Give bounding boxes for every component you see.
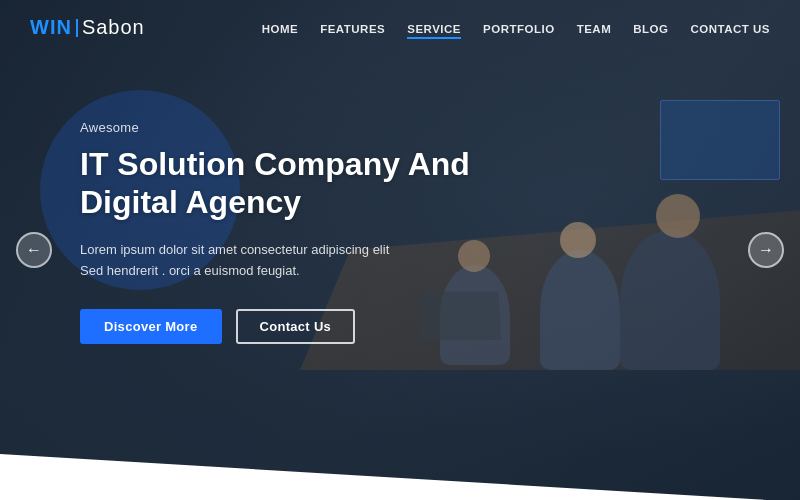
- nav-link-contact[interactable]: CONTACT US: [690, 23, 770, 35]
- nav-item-service[interactable]: SERVICE: [407, 19, 461, 37]
- hero-buttons: Discover More Contact Us: [80, 309, 470, 344]
- hero-content: Awesome IT Solution Company And Digital …: [80, 120, 470, 344]
- nav-item-blog[interactable]: BLOG: [633, 19, 668, 37]
- logo-sabon: Sabon: [82, 16, 145, 39]
- nav-link-blog[interactable]: BLOG: [633, 23, 668, 35]
- nav-item-home[interactable]: HOME: [262, 19, 299, 37]
- nav-item-portfolio[interactable]: PORTFOLIO: [483, 19, 555, 37]
- contact-us-button[interactable]: Contact Us: [236, 309, 356, 344]
- nav-link-features[interactable]: FEATURES: [320, 23, 385, 35]
- logo-divider: [76, 19, 78, 37]
- next-slide-button[interactable]: →: [748, 232, 784, 268]
- logo-win: WIN: [30, 16, 72, 39]
- hero-title: IT Solution Company And Digital Agency: [80, 145, 470, 222]
- prev-slide-button[interactable]: ←: [16, 232, 52, 268]
- hero-section: WIN Sabon HOME FEATURES SERVICE PORTFOLI…: [0, 0, 800, 500]
- nav-link-home[interactable]: HOME: [262, 23, 299, 35]
- nav-item-contact[interactable]: CONTACT US: [690, 19, 770, 37]
- nav-item-team[interactable]: TEAM: [577, 19, 612, 37]
- person-silhouette-1: [540, 250, 620, 370]
- head-shape-2: [656, 194, 700, 238]
- nav-item-features[interactable]: FEATURES: [320, 19, 385, 37]
- logo: WIN Sabon: [30, 16, 145, 39]
- hero-awesome-label: Awesome: [80, 120, 470, 135]
- nav-link-portfolio[interactable]: PORTFOLIO: [483, 23, 555, 35]
- nav-link-team[interactable]: TEAM: [577, 23, 612, 35]
- arrow-right-icon: →: [758, 241, 774, 259]
- nav-links: HOME FEATURES SERVICE PORTFOLIO TEAM BLO…: [262, 19, 770, 37]
- hero-description: Lorem ipsum dolor sit amet consectetur a…: [80, 240, 470, 282]
- discover-more-button[interactable]: Discover More: [80, 309, 222, 344]
- head-shape-1: [560, 222, 596, 258]
- nav-link-service[interactable]: SERVICE: [407, 23, 461, 39]
- hero-desc-line1: Lorem ipsum dolor sit amet consectetur a…: [80, 242, 389, 257]
- hero-desc-line2: Sed hendrerit . orci a euismod feugiat.: [80, 263, 300, 278]
- navbar: WIN Sabon HOME FEATURES SERVICE PORTFOLI…: [0, 0, 800, 55]
- person-silhouette-2: [620, 230, 720, 370]
- monitor-shape: [660, 100, 780, 180]
- arrow-left-icon: ←: [26, 241, 42, 259]
